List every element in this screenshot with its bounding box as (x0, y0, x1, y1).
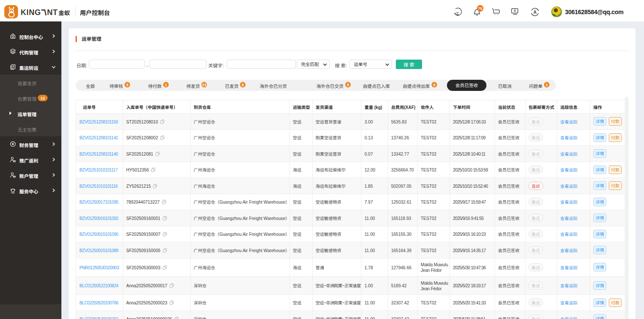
svg-text:A: A (533, 9, 537, 15)
svg-text:¥: ¥ (12, 142, 14, 146)
